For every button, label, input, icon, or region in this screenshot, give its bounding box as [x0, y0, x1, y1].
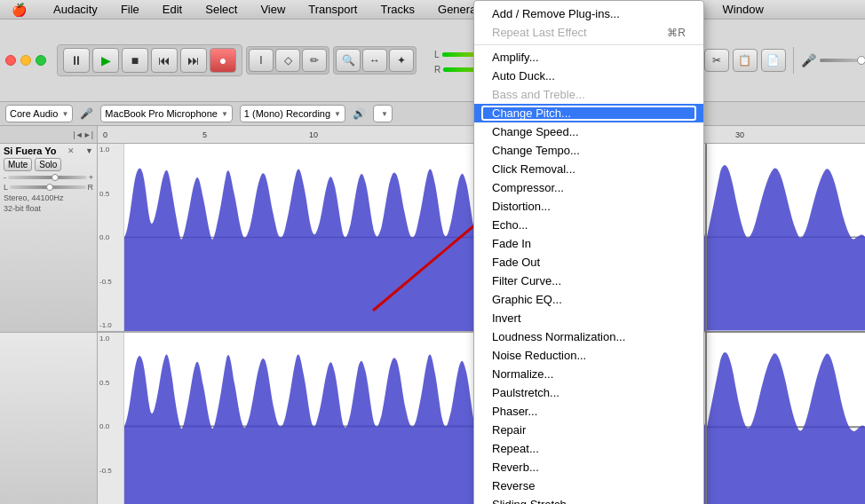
menu-audacity[interactable]: Audacity	[49, 2, 102, 17]
right-waveform-svg-2	[707, 333, 865, 505]
y-1-bot: -1.0	[99, 321, 122, 329]
menu-window[interactable]: Window	[718, 2, 768, 17]
timeline-ruler: |◄►| 0 5 10 30	[0, 126, 865, 144]
menu-sliding-stretch[interactable]: Sliding Stretch...	[474, 495, 703, 504]
menu-loudness-norm[interactable]: Loudness Normalization...	[474, 327, 703, 346]
menu-reverse[interactable]: Reverse	[474, 476, 703, 495]
output-device-select[interactable]: ▼	[373, 105, 393, 122]
stop-button[interactable]: ■	[122, 48, 148, 73]
menu-auto-duck[interactable]: Auto Duck...	[474, 67, 703, 85]
toolbar-area: ⏸ ▶ ■ ⏮ ⏭ ● I ◇ ✏ 🔍 ↔ ✦ L -54 -48	[0, 20, 865, 102]
menu-tracks[interactable]: Tracks	[376, 2, 419, 17]
copy-button[interactable]: 📋	[733, 49, 758, 72]
y-2-mid-bot: -0.5	[99, 467, 122, 475]
skip-back-button[interactable]: ⏮	[151, 48, 178, 73]
menu-select[interactable]: Select	[201, 2, 242, 17]
solo-button[interactable]: Solo	[35, 158, 61, 171]
skip-forward-button[interactable]: ⏭	[180, 48, 207, 73]
y-2-zero: 0.0	[99, 422, 122, 430]
right-track-area	[705, 144, 865, 504]
menu-transport[interactable]: Transport	[304, 2, 361, 17]
menu-fade-out[interactable]: Fade Out	[474, 253, 703, 272]
menu-repair[interactable]: Repair	[474, 421, 703, 439]
track-header-2	[0, 333, 97, 505]
speaker-device-icon: 🔊	[353, 107, 366, 120]
track-menu-btn[interactable]: ▼	[85, 146, 93, 155]
y-1-top: 1.0	[99, 146, 122, 154]
close-button[interactable]	[5, 55, 16, 66]
apple-menu[interactable]: 🍎	[7, 2, 31, 18]
record-button[interactable]: ●	[210, 48, 236, 73]
channel-select[interactable]: 1 (Mono) Recording ▼	[240, 105, 345, 122]
menu-phaser[interactable]: Phaser...	[474, 402, 703, 421]
cursor-tool[interactable]: I	[249, 49, 274, 72]
ruler-0: 0	[103, 130, 107, 139]
volume-thumb[interactable]	[52, 174, 59, 181]
menu-amplify[interactable]: Amplify...	[474, 48, 703, 67]
draw-tool[interactable]: ✏	[302, 49, 327, 72]
menu-normalize[interactable]: Normalize...	[474, 365, 703, 383]
menu-bass-treble[interactable]: Bass and Treble...	[474, 85, 703, 104]
menu-add-remove-plugins[interactable]: Add / Remove Plug-ins...	[474, 4, 703, 23]
menu-change-speed[interactable]: Change Speed...	[474, 122, 703, 141]
menu-paulstretch[interactable]: Paulstretch...	[474, 383, 703, 402]
menu-click-removal[interactable]: Click Removal...	[474, 160, 703, 178]
vol-minus: -	[4, 173, 6, 182]
menu-fade-in[interactable]: Fade In	[474, 234, 703, 253]
menu-sep-1	[474, 44, 703, 45]
menu-filter-curve[interactable]: Filter Curve...	[474, 272, 703, 290]
paste-button[interactable]: 📄	[761, 49, 786, 72]
ruler-30: 30	[735, 130, 744, 139]
y-axis-1: 1.0 0.5 0.0 -0.5 -1.0	[98, 144, 124, 331]
minimize-button[interactable]	[20, 55, 31, 66]
menu-repeat[interactable]: Repeat...	[474, 439, 703, 458]
right-waveform-svg-1	[707, 144, 865, 331]
menu-bar: 🍎 Audacity File Edit Select View Transpo…	[0, 0, 865, 20]
input-device-label: MacBook Pro Microphone	[105, 108, 218, 119]
window-controls	[5, 55, 46, 66]
pan-row: L R	[4, 183, 93, 192]
menu-change-tempo[interactable]: Change Tempo...	[474, 141, 703, 160]
menu-graphic-eq[interactable]: Graphic EQ...	[474, 290, 703, 309]
menu-change-pitch[interactable]: Change Pitch...	[474, 104, 703, 122]
multi-tool[interactable]: ✦	[389, 49, 414, 72]
input-level-thumb[interactable]	[857, 56, 865, 65]
time-shift-tool[interactable]: ↔	[362, 49, 387, 72]
menu-repeat-last-effect[interactable]: Repeat Last Effect ⌘R	[474, 23, 703, 42]
volume-slider[interactable]	[8, 176, 87, 179]
menu-view[interactable]: View	[256, 2, 290, 17]
menu-echo[interactable]: Echo...	[474, 216, 703, 234]
menu-noise-reduction[interactable]: Noise Reduction...	[474, 346, 703, 365]
mic-icon: 🎤	[801, 53, 816, 67]
menu-edit[interactable]: Edit	[158, 2, 186, 17]
tools-group-2: 🔍 ↔ ✦	[333, 46, 417, 75]
api-select[interactable]: Core Audio ▼	[5, 105, 73, 122]
envelope-tool[interactable]: ◇	[275, 49, 300, 72]
input-device-select[interactable]: MacBook Pro Microphone ▼	[100, 105, 232, 122]
zoom-tool[interactable]: 🔍	[336, 49, 361, 72]
menu-compressor[interactable]: Compressor...	[474, 178, 703, 197]
input-level-slider[interactable]	[820, 59, 865, 62]
menu-file[interactable]: File	[116, 2, 144, 17]
menu-reverb[interactable]: Reverb...	[474, 458, 703, 476]
menu-invert[interactable]: Invert	[474, 309, 703, 327]
mic-device-icon: 🎤	[80, 107, 93, 120]
play-button[interactable]: ▶	[92, 48, 119, 73]
menu-distortion[interactable]: Distortion...	[474, 197, 703, 216]
track-close-btn[interactable]: ✕	[67, 146, 75, 155]
cut-button[interactable]: ✂	[704, 49, 729, 72]
mute-button[interactable]: Mute	[4, 158, 32, 171]
y-axis-2: 1.0 0.5 0.0 -0.5 -1.0	[98, 333, 124, 504]
pause-button[interactable]: ⏸	[63, 48, 90, 73]
maximize-button[interactable]	[36, 55, 46, 66]
pan-slider[interactable]	[10, 185, 85, 189]
effect-menu-container: Add / Remove Plug-ins... Repeat Last Eff…	[473, 0, 704, 504]
track-panel: Si Fuera Yo ✕ ▼ Mute Solo - + L R	[0, 144, 98, 504]
device-bar: Core Audio ▼ 🎤 MacBook Pro Microphone ▼ …	[0, 102, 865, 126]
api-chevron: ▼	[61, 110, 68, 118]
y-2-mid-top: 0.5	[99, 379, 122, 387]
channel-chevron: ▼	[334, 110, 341, 118]
track-title: Si Fuera Yo	[4, 146, 57, 156]
pan-thumb[interactable]	[46, 184, 53, 191]
track-info: Stereo, 44100Hz 32-bit float	[4, 193, 93, 214]
